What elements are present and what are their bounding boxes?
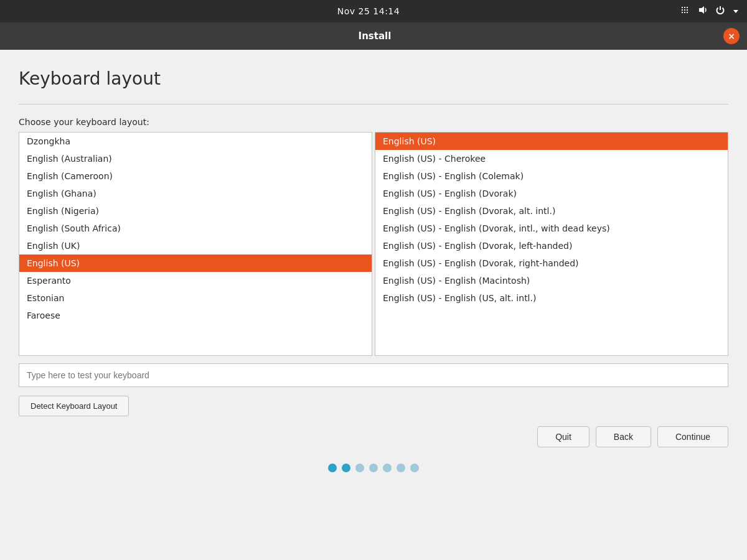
list-item[interactable]: English (US) [19, 254, 372, 272]
system-datetime: Nov 25 14:14 [337, 6, 400, 16]
bottom-navigation: Quit Back Continue [19, 416, 728, 454]
list-item[interactable]: English (Cameroon) [19, 167, 372, 185]
close-button[interactable]: × [723, 28, 740, 44]
list-item[interactable]: English (UK) [19, 237, 372, 254]
svg-rect-0 [682, 7, 683, 8]
list-item[interactable]: English (US) - Cherokee [375, 150, 728, 167]
back-button[interactable]: Back [596, 426, 651, 447]
keyboard-test-input[interactable] [19, 363, 728, 387]
pagination-dot-5 [397, 464, 405, 472]
title-bar: Install × [0, 22, 747, 50]
list-item[interactable]: Faroese [19, 307, 372, 324]
list-item[interactable]: English (US) - English (Macintosh) [375, 272, 728, 289]
page-title: Keyboard layout [19, 68, 728, 89]
list-item[interactable]: English (US) - English (Colemak) [375, 167, 728, 185]
list-item[interactable]: Estonian [19, 289, 372, 307]
list-item[interactable]: Esperanto [19, 272, 372, 289]
list-item[interactable]: English (US) - English (Dvorak, left-han… [375, 237, 728, 254]
svg-rect-3 [682, 9, 683, 11]
pagination-dot-4 [383, 464, 392, 472]
svg-rect-2 [687, 7, 688, 8]
list-item[interactable]: English (South Africa) [19, 220, 372, 237]
choose-layout-label: Choose your keyboard layout: [19, 117, 728, 127]
network-icon[interactable] [680, 4, 691, 18]
separator [19, 104, 728, 105]
list-item[interactable]: Dzongkha [19, 133, 372, 150]
list-item[interactable]: English (US) - English (Dvorak, right-ha… [375, 254, 728, 272]
chevron-down-icon[interactable] [732, 6, 740, 17]
list-item[interactable]: English (Nigeria) [19, 202, 372, 220]
svg-rect-7 [684, 12, 685, 13]
svg-rect-1 [684, 7, 685, 8]
pagination-dot-6 [410, 464, 419, 472]
pagination-dot-2 [355, 464, 364, 472]
language-list[interactable]: DzongkhaEnglish (Australian)English (Cam… [19, 132, 372, 356]
svg-marker-10 [733, 10, 738, 13]
pagination-dot-1 [342, 464, 350, 472]
quit-button[interactable]: Quit [537, 426, 590, 447]
list-item[interactable]: English (Australian) [19, 150, 372, 167]
system-tray [680, 4, 740, 18]
system-bar: Nov 25 14:14 [0, 0, 747, 22]
main-content: Keyboard layout Choose your keyboard lay… [0, 50, 747, 560]
svg-rect-8 [687, 12, 688, 13]
pagination-dot-3 [369, 464, 378, 472]
keyboard-layout-lists: DzongkhaEnglish (Australian)English (Cam… [19, 132, 728, 356]
power-icon[interactable] [715, 4, 726, 18]
list-item[interactable]: English (US) [375, 133, 728, 150]
continue-button[interactable]: Continue [657, 426, 728, 447]
svg-rect-5 [687, 9, 688, 11]
pagination-dot-0 [328, 464, 337, 472]
svg-rect-6 [682, 12, 683, 13]
detect-keyboard-layout-button[interactable]: Detect Keyboard Layout [19, 396, 129, 416]
list-item[interactable]: English (US) - English (Dvorak, alt. int… [375, 202, 728, 220]
svg-marker-9 [699, 6, 704, 14]
list-item[interactable]: English (US) - English (US, alt. intl.) [375, 289, 728, 307]
list-item[interactable]: English (US) - English (Dvorak) [375, 185, 728, 202]
volume-icon[interactable] [697, 4, 708, 18]
window-title: Install [26, 30, 723, 42]
variant-list[interactable]: English (US)English (US) - CherokeeEngli… [375, 132, 728, 356]
list-item[interactable]: English (US) - English (Dvorak, intl., w… [375, 220, 728, 237]
svg-rect-4 [684, 9, 685, 11]
pagination-dots [19, 454, 728, 478]
list-item[interactable]: English (Ghana) [19, 185, 372, 202]
